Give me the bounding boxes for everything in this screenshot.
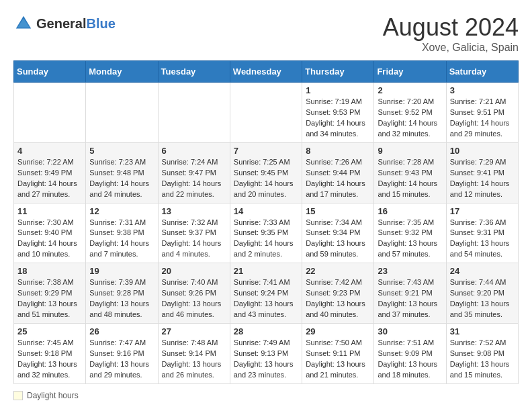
day-number: 27 — [162, 326, 226, 336]
day-number: 6 — [162, 146, 226, 156]
calendar-day-cell — [14, 83, 86, 143]
day-info: Sunrise: 7:35 AM Sunset: 9:32 PM Dayligh… — [378, 218, 442, 261]
day-info: Sunrise: 7:19 AM Sunset: 9:53 PM Dayligh… — [306, 97, 370, 140]
calendar-day-cell: 31Sunrise: 7:52 AM Sunset: 9:08 PM Dayli… — [446, 324, 518, 384]
day-number: 14 — [234, 206, 298, 216]
calendar-day-cell: 7Sunrise: 7:25 AM Sunset: 9:45 PM Daylig… — [230, 142, 302, 203]
logo-text: GeneralBlue — [36, 16, 116, 32]
calendar-week-row: 1Sunrise: 7:19 AM Sunset: 9:53 PM Daylig… — [14, 83, 519, 143]
calendar-day-header: Tuesday — [158, 61, 230, 83]
calendar-day-cell: 12Sunrise: 7:31 AM Sunset: 9:38 PM Dayli… — [86, 203, 158, 263]
day-info: Sunrise: 7:52 AM Sunset: 9:08 PM Dayligh… — [450, 338, 515, 381]
day-info: Sunrise: 7:23 AM Sunset: 9:48 PM Dayligh… — [89, 157, 154, 200]
day-info: Sunrise: 7:41 AM Sunset: 9:24 PM Dayligh… — [234, 277, 298, 320]
day-info: Sunrise: 7:34 AM Sunset: 9:34 PM Dayligh… — [306, 218, 370, 261]
day-number: 19 — [89, 266, 154, 276]
day-number: 11 — [17, 206, 82, 216]
day-info: Sunrise: 7:32 AM Sunset: 9:37 PM Dayligh… — [162, 218, 226, 261]
day-info: Sunrise: 7:29 AM Sunset: 9:41 PM Dayligh… — [450, 157, 515, 200]
day-number: 17 — [450, 206, 515, 216]
day-info: Sunrise: 7:39 AM Sunset: 9:28 PM Dayligh… — [89, 277, 154, 320]
day-number: 16 — [378, 206, 442, 216]
day-number: 30 — [378, 326, 442, 336]
calendar-day-cell: 13Sunrise: 7:32 AM Sunset: 9:37 PM Dayli… — [158, 203, 230, 263]
day-info: Sunrise: 7:51 AM Sunset: 9:09 PM Dayligh… — [378, 338, 442, 381]
day-number: 18 — [17, 266, 82, 276]
day-number: 24 — [450, 266, 515, 276]
calendar-header-row: SundayMondayTuesdayWednesdayThursdayFrid… — [14, 61, 519, 83]
calendar-day-cell: 24Sunrise: 7:44 AM Sunset: 9:20 PM Dayli… — [446, 263, 518, 324]
calendar-day-cell — [230, 83, 302, 143]
day-number: 4 — [17, 146, 82, 156]
calendar-day-cell: 18Sunrise: 7:38 AM Sunset: 9:29 PM Dayli… — [14, 263, 86, 324]
calendar-day-cell: 15Sunrise: 7:34 AM Sunset: 9:34 PM Dayli… — [302, 203, 374, 263]
day-number: 28 — [234, 326, 298, 336]
calendar-day-header: Saturday — [446, 61, 518, 83]
calendar-day-cell: 8Sunrise: 7:26 AM Sunset: 9:44 PM Daylig… — [302, 142, 374, 203]
day-number: 15 — [306, 206, 370, 216]
logo-blue: Blue — [86, 16, 115, 31]
day-number: 7 — [234, 146, 298, 156]
calendar-day-cell: 23Sunrise: 7:43 AM Sunset: 9:21 PM Dayli… — [374, 263, 446, 324]
day-number: 12 — [89, 206, 154, 216]
day-info: Sunrise: 7:24 AM Sunset: 9:47 PM Dayligh… — [162, 157, 226, 200]
day-info: Sunrise: 7:20 AM Sunset: 9:52 PM Dayligh… — [378, 97, 442, 140]
calendar-day-cell: 6Sunrise: 7:24 AM Sunset: 9:47 PM Daylig… — [158, 142, 230, 203]
logo: GeneralBlue — [13, 13, 116, 34]
calendar-day-cell: 10Sunrise: 7:29 AM Sunset: 9:41 PM Dayli… — [446, 142, 518, 203]
calendar-day-cell: 27Sunrise: 7:48 AM Sunset: 9:14 PM Dayli… — [158, 324, 230, 384]
day-info: Sunrise: 7:33 AM Sunset: 9:35 PM Dayligh… — [234, 218, 298, 261]
month-year-title: August 2024 — [383, 13, 519, 42]
day-number: 5 — [89, 146, 154, 156]
day-info: Sunrise: 7:42 AM Sunset: 9:23 PM Dayligh… — [306, 277, 370, 320]
page-header: GeneralBlue August 2024 Xove, Galicia, S… — [13, 13, 519, 54]
day-info: Sunrise: 7:38 AM Sunset: 9:29 PM Dayligh… — [17, 277, 82, 320]
day-number: 29 — [306, 326, 370, 336]
calendar-day-cell: 14Sunrise: 7:33 AM Sunset: 9:35 PM Dayli… — [230, 203, 302, 263]
calendar-day-cell: 20Sunrise: 7:40 AM Sunset: 9:26 PM Dayli… — [158, 263, 230, 324]
day-info: Sunrise: 7:30 AM Sunset: 9:40 PM Dayligh… — [17, 218, 82, 261]
calendar-week-row: 11Sunrise: 7:30 AM Sunset: 9:40 PM Dayli… — [14, 203, 519, 263]
logo-icon — [13, 13, 34, 34]
day-number: 31 — [450, 326, 515, 336]
calendar-day-cell: 2Sunrise: 7:20 AM Sunset: 9:52 PM Daylig… — [374, 83, 446, 143]
day-info: Sunrise: 7:49 AM Sunset: 9:13 PM Dayligh… — [234, 338, 298, 381]
calendar-day-cell — [86, 83, 158, 143]
calendar-week-row: 4Sunrise: 7:22 AM Sunset: 9:49 PM Daylig… — [14, 142, 519, 203]
calendar-day-header: Monday — [86, 61, 158, 83]
calendar-day-cell: 21Sunrise: 7:41 AM Sunset: 9:24 PM Dayli… — [230, 263, 302, 324]
day-number: 26 — [89, 326, 154, 336]
day-number: 25 — [17, 326, 82, 336]
calendar-day-cell: 4Sunrise: 7:22 AM Sunset: 9:49 PM Daylig… — [14, 142, 86, 203]
day-number: 9 — [378, 146, 442, 156]
calendar-day-cell: 30Sunrise: 7:51 AM Sunset: 9:09 PM Dayli… — [374, 324, 446, 384]
calendar-day-cell: 19Sunrise: 7:39 AM Sunset: 9:28 PM Dayli… — [86, 263, 158, 324]
day-info: Sunrise: 7:50 AM Sunset: 9:11 PM Dayligh… — [306, 338, 370, 381]
legend-box — [13, 391, 23, 400]
day-info: Sunrise: 7:40 AM Sunset: 9:26 PM Dayligh… — [162, 277, 226, 320]
day-number: 8 — [306, 146, 370, 156]
day-number: 1 — [306, 85, 370, 95]
day-info: Sunrise: 7:21 AM Sunset: 9:51 PM Dayligh… — [450, 97, 515, 140]
day-info: Sunrise: 7:44 AM Sunset: 9:20 PM Dayligh… — [450, 277, 515, 320]
calendar-day-cell — [158, 83, 230, 143]
calendar-day-header: Thursday — [302, 61, 374, 83]
calendar-day-cell: 25Sunrise: 7:45 AM Sunset: 9:18 PM Dayli… — [14, 324, 86, 384]
day-info: Sunrise: 7:48 AM Sunset: 9:14 PM Dayligh… — [162, 338, 226, 381]
calendar-day-cell: 5Sunrise: 7:23 AM Sunset: 9:48 PM Daylig… — [86, 142, 158, 203]
calendar-day-header: Sunday — [14, 61, 86, 83]
day-info: Sunrise: 7:45 AM Sunset: 9:18 PM Dayligh… — [17, 338, 82, 381]
calendar-day-cell: 11Sunrise: 7:30 AM Sunset: 9:40 PM Dayli… — [14, 203, 86, 263]
calendar-day-cell: 28Sunrise: 7:49 AM Sunset: 9:13 PM Dayli… — [230, 324, 302, 384]
day-info: Sunrise: 7:47 AM Sunset: 9:16 PM Dayligh… — [89, 338, 154, 381]
day-info: Sunrise: 7:36 AM Sunset: 9:31 PM Dayligh… — [450, 218, 515, 261]
day-number: 20 — [162, 266, 226, 276]
calendar-day-cell: 3Sunrise: 7:21 AM Sunset: 9:51 PM Daylig… — [446, 83, 518, 143]
calendar-day-header: Wednesday — [230, 61, 302, 83]
day-info: Sunrise: 7:31 AM Sunset: 9:38 PM Dayligh… — [89, 218, 154, 261]
legend-label: Daylight hours — [27, 391, 79, 400]
day-number: 2 — [378, 85, 442, 95]
calendar-day-cell: 9Sunrise: 7:28 AM Sunset: 9:43 PM Daylig… — [374, 142, 446, 203]
day-info: Sunrise: 7:25 AM Sunset: 9:45 PM Dayligh… — [234, 157, 298, 200]
calendar-table: SundayMondayTuesdayWednesdayThursdayFrid… — [13, 60, 519, 384]
